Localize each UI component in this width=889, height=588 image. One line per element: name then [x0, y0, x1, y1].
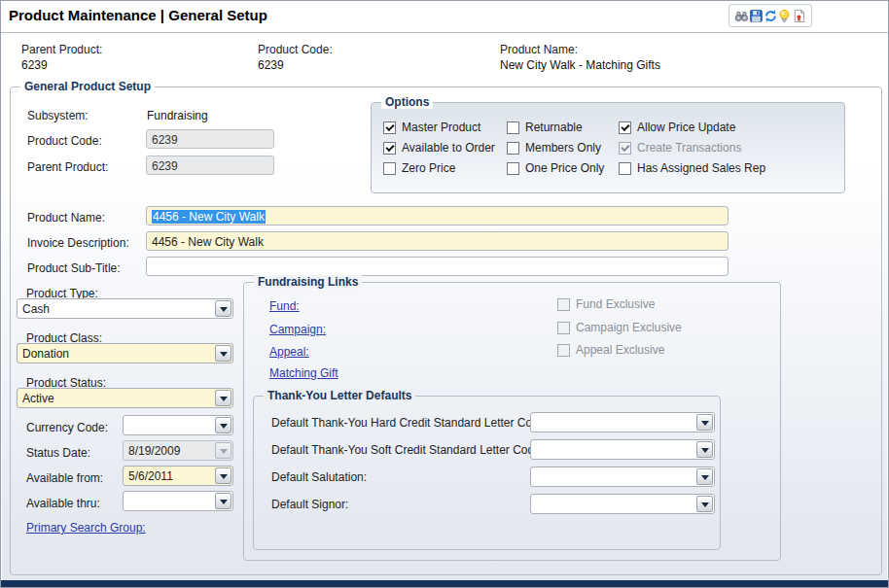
product-name-label: Product Name: — [27, 211, 105, 225]
dropdown-button[interactable] — [215, 300, 231, 317]
toolbar — [729, 4, 812, 27]
default-salutation-dropdown[interactable] — [530, 467, 715, 487]
product-code-label: Product Code: — [27, 134, 102, 148]
invoice-description-label: Invoice Description: — [27, 236, 129, 250]
checkbox-available-to-order[interactable]: Available to Order — [383, 141, 495, 155]
invoice-description-input[interactable]: 4456 - New City Walk — [146, 231, 729, 251]
chevron-down-icon — [701, 502, 709, 507]
dropdown-button[interactable] — [215, 417, 231, 433]
checkbox-returnable[interactable]: Returnable — [507, 121, 583, 134]
header-product-name-value: New City Walk - Matching Gifts — [500, 58, 660, 72]
default-salutation-label: Default Salutation: — [271, 470, 367, 484]
default-signor-dropdown[interactable] — [530, 494, 715, 514]
product-status-dropdown[interactable]: Active — [17, 388, 233, 408]
thank-you-letter-defaults-group: Thank-You Letter Defaults Default Thank-… — [253, 396, 721, 550]
fundraising-links-group: Fundraising Links Fund: Campaign: Appeal… — [243, 282, 781, 561]
product-name-input[interactable]: 4456 - New City Walk — [146, 206, 729, 225]
product-code-input[interactable]: 6239 — [146, 129, 274, 149]
checkbox-box — [383, 162, 396, 175]
chevron-down-icon — [701, 475, 709, 480]
checkbox-box — [619, 121, 631, 134]
dropdown-button[interactable] — [215, 442, 231, 459]
header-parent-product-value: 6239 — [21, 58, 48, 72]
product-type-dropdown[interactable]: Cash — [17, 298, 233, 319]
dropdown-button[interactable] — [215, 467, 231, 484]
checkbox-fund-exclusive[interactable]: Fund Exclusive — [557, 297, 655, 311]
header-product-code-value: 6239 — [258, 58, 284, 72]
header-parent-product-label: Parent Product: — [21, 43, 102, 56]
checkbox-box — [557, 298, 570, 311]
checkbox-master-product[interactable]: Master Product — [383, 121, 480, 134]
report-document-icon[interactable] — [792, 9, 806, 23]
checkbox-box — [383, 121, 396, 134]
checkbox-zero-price[interactable]: Zero Price — [383, 161, 455, 175]
thank-you-letter-defaults-legend: Thank-You Letter Defaults — [264, 389, 415, 402]
dropdown-button[interactable] — [696, 468, 713, 485]
link-matching-gift[interactable]: Matching Gift — [269, 366, 338, 380]
checkbox-allow-price-update[interactable]: Allow Price Update — [619, 121, 735, 134]
header-product-code-label: Product Code: — [258, 43, 333, 56]
chevron-down-icon — [701, 421, 709, 426]
default-hard-credit-letter-dropdown[interactable] — [530, 412, 715, 432]
options-group: Options Master Product Available to Orde… — [371, 102, 845, 193]
available-thru-label: Available thru: — [26, 497, 100, 510]
checkbox-box — [557, 344, 570, 357]
save-icon[interactable] — [749, 9, 764, 23]
subsystem-label: Subsystem: — [27, 109, 89, 122]
search-binoculars-icon[interactable] — [734, 9, 749, 23]
default-soft-credit-letter-label: Default Thank-You Soft Credit Standard L… — [271, 443, 544, 457]
fundraising-links-legend: Fundraising Links — [254, 275, 362, 289]
content-area: Parent Product: 6239 Product Code: 6239 … — [2, 33, 887, 580]
link-appeal[interactable]: Appeal: — [269, 345, 309, 359]
checkbox-create-transactions[interactable]: Create Transactions — [619, 141, 741, 155]
page-title: Product Maintenance | General Setup — [9, 7, 267, 23]
status-date-dropdown[interactable]: 8/19/2009 — [123, 440, 233, 461]
title-bar: Product Maintenance | General Setup — [1, 1, 888, 33]
product-subtitle-label: Product Sub-Title: — [27, 261, 121, 275]
general-product-setup-legend: General Product Setup — [20, 80, 155, 93]
product-subtitle-input[interactable] — [146, 257, 729, 276]
chevron-down-icon — [220, 500, 228, 504]
checkbox-box — [557, 322, 570, 334]
general-product-setup-group: General Product Setup Subsystem: Fundrai… — [10, 86, 882, 575]
dropdown-button[interactable] — [696, 441, 713, 458]
dropdown-button[interactable] — [215, 390, 231, 406]
dropdown-button[interactable] — [696, 414, 713, 431]
chevron-down-icon — [220, 424, 228, 429]
chevron-down-icon — [220, 449, 228, 454]
link-campaign[interactable]: Campaign: — [269, 323, 326, 336]
chevron-down-icon — [220, 397, 228, 401]
chevron-down-icon — [701, 448, 709, 453]
checkbox-has-assigned-sales-rep[interactable]: Has Assigned Sales Rep — [619, 161, 765, 175]
dropdown-button[interactable] — [215, 493, 231, 509]
check-icon — [385, 142, 394, 151]
dropdown-button[interactable] — [215, 345, 231, 362]
lightbulb-icon[interactable] — [777, 9, 792, 23]
selected-text: 4456 - New City Walk — [152, 210, 266, 224]
check-icon — [621, 121, 629, 130]
checkbox-appeal-exclusive[interactable]: Appeal Exclusive — [557, 343, 664, 357]
options-legend: Options — [381, 95, 433, 109]
currency-code-dropdown[interactable] — [123, 415, 233, 435]
checkbox-members-only[interactable]: Members Only — [507, 141, 601, 155]
check-icon — [385, 121, 394, 130]
checkbox-box — [383, 142, 396, 155]
product-class-dropdown[interactable]: Donation — [17, 343, 233, 363]
dropdown-button[interactable] — [696, 496, 713, 512]
available-from-dropdown[interactable]: 5/6/2011 — [123, 466, 233, 486]
checkbox-box — [507, 142, 519, 155]
checkbox-one-price-only[interactable]: One Price Only — [507, 161, 604, 175]
available-thru-dropdown[interactable] — [123, 491, 233, 511]
chevron-down-icon — [220, 474, 228, 479]
product-maintenance-window: Product Maintenance | General Setup — [0, 0, 889, 588]
header-product-name-label: Product Name: — [500, 43, 578, 56]
link-primary-search-group[interactable]: Primary Search Group: — [26, 521, 146, 535]
parent-product-label: Parent Product: — [27, 160, 108, 174]
chevron-down-icon — [220, 307, 228, 312]
parent-product-input[interactable]: 6239 — [146, 156, 274, 175]
status-date-label: Status Date: — [26, 446, 90, 460]
checkbox-campaign-exclusive[interactable]: Campaign Exclusive — [557, 321, 682, 334]
link-fund[interactable]: Fund: — [269, 299, 300, 313]
refresh-icon[interactable] — [764, 9, 778, 23]
default-soft-credit-letter-dropdown[interactable] — [530, 439, 715, 460]
